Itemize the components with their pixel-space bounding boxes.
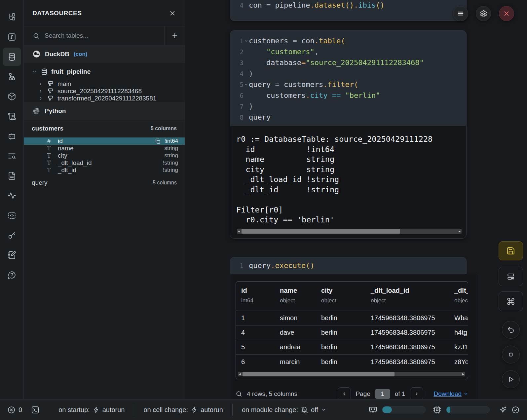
- code-line[interactable]: 2 "customers",: [230, 46, 466, 57]
- column-row[interactable]: T _dlt_load_id !string: [24, 159, 185, 167]
- database-icon[interactable]: [3, 48, 21, 66]
- column-name: _dlt_load_id: [58, 159, 92, 167]
- row-count-summary: 4 rows, 5 columns: [247, 390, 297, 398]
- workflow-icon[interactable]: [3, 67, 21, 87]
- page-number-input[interactable]: 1: [375, 389, 390, 399]
- command-palette-button[interactable]: [499, 291, 523, 311]
- settings-button[interactable]: [476, 6, 491, 21]
- error-indicator[interactable]: 0: [7, 406, 22, 414]
- scrollbar-thumb[interactable]: [242, 229, 400, 234]
- terminal-button[interactable]: [31, 405, 40, 414]
- close-icon[interactable]: [169, 10, 176, 17]
- function-square-icon[interactable]: [3, 27, 21, 47]
- tree-item-database[interactable]: fruit_pipeline: [24, 63, 185, 80]
- on-startup-setting[interactable]: on startup: autorun: [58, 406, 125, 414]
- column-row[interactable]: T city string: [24, 152, 185, 159]
- column-count: 5 columns: [153, 180, 177, 186]
- help-circle-icon[interactable]: [3, 265, 21, 285]
- scroll-icon[interactable]: [3, 106, 21, 126]
- file-text-icon[interactable]: [3, 166, 21, 186]
- chevron-right-icon[interactable]: [38, 89, 44, 94]
- tree-item-schema[interactable]: main: [24, 80, 185, 88]
- table-header-customers[interactable]: customers 5 columns: [24, 120, 185, 137]
- table-row[interactable]: 1simonberlin1745968348.3806975Wba: [236, 311, 468, 325]
- save-button[interactable]: [499, 241, 523, 260]
- layout-toggle-button[interactable]: [499, 267, 523, 286]
- table-cell: berlin: [316, 329, 365, 336]
- code-line[interactable]: 4con = pipeline.dataset().ibis(): [230, 0, 466, 11]
- table-column-header[interactable]: cityobject: [316, 287, 365, 304]
- code-editor[interactable]: 1query.execute(): [230, 257, 467, 274]
- chevron-right-icon[interactable]: [38, 96, 44, 101]
- fold-chevron-icon[interactable]: [244, 83, 249, 87]
- notebook-pen-icon[interactable]: [3, 245, 21, 265]
- table-column-header[interactable]: nameobject: [275, 287, 316, 304]
- section-python[interactable]: Python: [24, 102, 185, 120]
- table-header-query[interactable]: query 5 columns: [24, 174, 185, 192]
- on-cell-change-setting[interactable]: on cell change: autorun: [143, 406, 223, 414]
- search-input[interactable]: [45, 32, 160, 39]
- code-line[interactable]: 6 customers.city == "berlin": [230, 90, 466, 101]
- table-row[interactable]: 4daveberlin1745968348.3806975h4tg: [236, 325, 468, 340]
- scroll-left-arrow[interactable]: ◀: [237, 230, 241, 233]
- shutdown-button[interactable]: [499, 6, 514, 21]
- table-name: query: [32, 179, 48, 186]
- package-icon[interactable]: [3, 87, 21, 106]
- code-line[interactable]: 1customers = con.table(: [230, 35, 466, 46]
- code-line[interactable]: 8query: [230, 112, 466, 123]
- scrollbar-thumb[interactable]: [243, 372, 395, 376]
- code-block-icon[interactable]: [3, 206, 21, 225]
- run-button[interactable]: [502, 370, 520, 388]
- table-column-header[interactable]: idint64: [236, 287, 275, 304]
- undo-button[interactable]: [502, 321, 520, 339]
- search-icon[interactable]: [236, 391, 242, 397]
- code-line[interactable]: 7): [230, 101, 466, 112]
- column-row[interactable]: # id !int64: [24, 137, 185, 145]
- tree-item-schema[interactable]: transformed_202504291112283581: [24, 95, 185, 102]
- column-row[interactable]: T name string: [24, 145, 185, 152]
- previous-page-button[interactable]: [338, 387, 351, 399]
- notebook-menu-button[interactable]: [453, 6, 468, 21]
- file-tree-icon[interactable]: [3, 7, 21, 27]
- code-cell-1[interactable]: pipeline = dlt.attach(pipeline_name="fru…: [230, 0, 467, 21]
- chevron-down-icon[interactable]: [31, 69, 37, 74]
- table-column-header[interactable]: _dlt_load_idobject: [365, 287, 449, 304]
- scroll-left-arrow[interactable]: ◀: [238, 372, 242, 376]
- table-column-header[interactable]: _dlt_idobject: [449, 287, 468, 304]
- chevron-right-icon[interactable]: [38, 82, 44, 86]
- bot-icon[interactable]: [3, 126, 21, 146]
- add-datasource-button[interactable]: [164, 26, 185, 45]
- code-line[interactable]: 5query = customers.filter(: [230, 79, 466, 90]
- activity-icon[interactable]: [3, 186, 21, 206]
- code-editor[interactable]: 1customers = con.table(2 "customers",3 d…: [230, 35, 466, 123]
- tree-item-schema[interactable]: source_202504291112283468: [24, 88, 185, 95]
- copy-icon[interactable]: [155, 138, 161, 144]
- on-module-change-setting[interactable]: on module change: off: [242, 406, 326, 414]
- scroll-right-arrow[interactable]: ▶: [458, 230, 462, 233]
- line-number: 4: [230, 2, 244, 9]
- table-row[interactable]: 6marcinberlin1745968348.3806975z8Yo: [236, 355, 468, 369]
- list-search-icon[interactable]: [3, 146, 21, 166]
- code-cell-2[interactable]: 1customers = con.table(2 "customers",3 d…: [230, 30, 467, 239]
- horizontal-scrollbar[interactable]: ◀ ▶: [237, 229, 462, 234]
- connection-status-icon[interactable]: [511, 406, 520, 414]
- connection-row-duckdb[interactable]: DuckDB (con): [24, 45, 185, 63]
- stop-button[interactable]: [502, 346, 520, 363]
- key-icon[interactable]: [3, 225, 21, 245]
- next-page-button[interactable]: [410, 387, 423, 399]
- table-row[interactable]: 5andreaberlin1745968348.3806975kzJ1d: [236, 340, 468, 355]
- code-editor[interactable]: 4con = pipeline.dataset().ibis(): [230, 0, 466, 11]
- scroll-right-arrow[interactable]: ▶: [461, 372, 465, 376]
- fold-chevron-icon[interactable]: [244, 39, 249, 43]
- line-number: 1: [230, 262, 244, 269]
- code-line[interactable]: 1query.execute(): [230, 260, 466, 271]
- column-row[interactable]: T _dlt_id !string: [24, 167, 185, 174]
- code-cell-3[interactable]: 1query.execute() idint64nameobjectcityob…: [230, 257, 467, 399]
- code-line[interactable]: 4): [230, 68, 466, 79]
- schema-icon: [47, 80, 54, 88]
- sparkles-icon[interactable]: [499, 406, 507, 414]
- column-count: 5 columns: [151, 126, 177, 132]
- horizontal-scrollbar[interactable]: ◀ ▶: [238, 372, 465, 376]
- code-line[interactable]: 3 database="source_202504291112283468": [230, 57, 466, 68]
- download-link[interactable]: Download: [434, 390, 469, 398]
